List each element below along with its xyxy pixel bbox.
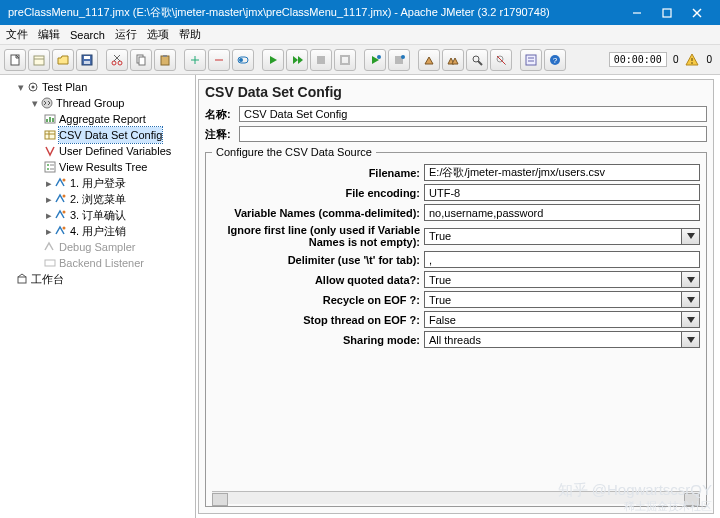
svg-line-32 — [497, 56, 505, 64]
open-icon[interactable] — [52, 49, 74, 71]
collapse-icon[interactable] — [208, 49, 230, 71]
menu-help[interactable]: 帮助 — [179, 27, 201, 42]
svg-rect-44 — [46, 119, 48, 122]
templates-icon[interactable] — [28, 49, 50, 71]
config-panel: CSV Data Set Config 名称: 注释: Configure th… — [198, 79, 714, 514]
ignorefirst-select[interactable] — [424, 228, 682, 245]
tree-step-login[interactable]: ▸1. 用户登录 — [44, 175, 193, 191]
name-input[interactable] — [239, 106, 707, 122]
expand-icon[interactable] — [184, 49, 206, 71]
start-icon[interactable] — [262, 49, 284, 71]
stopthread-select[interactable] — [424, 311, 682, 328]
cut-icon[interactable] — [106, 49, 128, 71]
copy-icon[interactable] — [130, 49, 152, 71]
svg-rect-50 — [45, 162, 55, 172]
svg-point-11 — [118, 61, 122, 65]
test-plan-tree[interactable]: ▾Test Plan ▾Thread Group Aggregate Repor… — [0, 75, 196, 518]
menubar: 文件 编辑 Search 运行 选项 帮助 — [0, 25, 720, 45]
svg-point-57 — [63, 211, 66, 214]
window-title: preClassMenu_1117.jmx (E:\谷歌\jmeter-mast… — [8, 5, 622, 20]
elapsed-timer: 00:00:00 — [609, 52, 667, 67]
shutdown-icon[interactable] — [334, 49, 356, 71]
tree-backend-listener[interactable]: Backend Listener — [44, 255, 193, 271]
name-label: 名称: — [205, 107, 239, 122]
stop-icon[interactable] — [310, 49, 332, 71]
filename-input[interactable] — [424, 164, 700, 181]
dropdown-icon[interactable] — [682, 271, 700, 288]
dropdown-icon[interactable] — [682, 291, 700, 308]
svg-point-25 — [377, 55, 381, 59]
tree-step-logout[interactable]: ▸4. 用户注销 — [44, 223, 193, 239]
ignorefirst-label: Ignore first line (only used if Variable… — [212, 224, 424, 248]
delimiter-input[interactable] — [424, 251, 700, 268]
warning-count: 0 — [702, 54, 716, 65]
svg-line-29 — [478, 61, 482, 65]
delimiter-label: Delimiter (use '\t' for tab): — [212, 254, 424, 266]
svg-rect-33 — [526, 55, 536, 65]
comment-input[interactable] — [239, 126, 707, 142]
recycle-select[interactable] — [424, 291, 682, 308]
svg-rect-46 — [52, 118, 54, 122]
menu-run[interactable]: 运行 — [115, 27, 137, 42]
svg-rect-23 — [317, 56, 325, 64]
clear-all-icon[interactable] — [442, 49, 464, 71]
sharing-label: Sharing mode: — [212, 334, 424, 346]
encoding-label: File encoding: — [212, 187, 424, 199]
tree-view-results-tree[interactable]: View Results Tree — [44, 159, 193, 175]
svg-rect-17 — [163, 55, 167, 57]
start-noTimers-icon[interactable] — [286, 49, 308, 71]
find-icon[interactable] — [466, 49, 488, 71]
svg-rect-9 — [84, 61, 90, 64]
svg-point-55 — [63, 179, 66, 182]
svg-rect-8 — [84, 56, 90, 59]
minimize-button[interactable] — [622, 0, 652, 25]
tree-debug-sampler[interactable]: Debug Sampler — [44, 239, 193, 255]
menu-search[interactable]: Search — [70, 29, 105, 41]
svg-rect-47 — [45, 131, 55, 139]
svg-rect-59 — [45, 260, 55, 266]
svg-point-41 — [32, 86, 35, 89]
menu-edit[interactable]: 编辑 — [38, 27, 60, 42]
tree-aggregate-report[interactable]: Aggregate Report — [44, 111, 193, 127]
save-icon[interactable] — [76, 49, 98, 71]
warning-icon[interactable] — [684, 52, 700, 68]
remote-stop-icon[interactable] — [388, 49, 410, 71]
menu-options[interactable]: 选项 — [147, 27, 169, 42]
toggle-icon[interactable] — [232, 49, 254, 71]
tree-thread-group[interactable]: ▾Thread Group — [30, 95, 193, 111]
svg-point-58 — [63, 227, 66, 230]
menu-file[interactable]: 文件 — [6, 27, 28, 42]
tree-workbench[interactable]: 工作台 — [16, 271, 193, 287]
help-icon[interactable]: ? — [544, 49, 566, 71]
new-icon[interactable] — [4, 49, 26, 71]
dropdown-icon[interactable] — [682, 331, 700, 348]
comment-label: 注释: — [205, 127, 239, 142]
tree-csv-data-set-config[interactable]: CSV Data Set Config — [44, 127, 193, 143]
active-threads-count: 0 — [669, 54, 683, 65]
encoding-input[interactable] — [424, 184, 700, 201]
sharing-select[interactable] — [424, 331, 682, 348]
filename-label: Filename: — [212, 167, 424, 179]
remote-start-icon[interactable] — [364, 49, 386, 71]
csv-fieldset: Configure the CSV Data Source Filename: … — [205, 146, 707, 507]
svg-rect-45 — [49, 117, 51, 122]
tree-step-browse[interactable]: ▸2. 浏览菜单 — [44, 191, 193, 207]
tree-test-plan[interactable]: ▾Test Plan — [16, 79, 193, 95]
paste-icon[interactable] — [154, 49, 176, 71]
varnames-input[interactable] — [424, 204, 700, 221]
dropdown-icon[interactable] — [682, 228, 700, 245]
close-button[interactable] — [682, 0, 712, 25]
clear-icon[interactable] — [418, 49, 440, 71]
svg-point-51 — [47, 164, 49, 166]
horizontal-scrollbar[interactable] — [212, 491, 700, 504]
maximize-button[interactable] — [652, 0, 682, 25]
allowquoted-select[interactable] — [424, 271, 682, 288]
tree-user-defined-variables[interactable]: User Defined Variables — [44, 143, 193, 159]
function-helper-icon[interactable] — [520, 49, 542, 71]
dropdown-icon[interactable] — [682, 311, 700, 328]
toolbar: ? 00:00:00 0 0 — [0, 45, 720, 75]
svg-point-56 — [63, 195, 66, 198]
fieldset-legend: Configure the CSV Data Source — [212, 146, 376, 158]
tree-step-order[interactable]: ▸3. 订单确认 — [44, 207, 193, 223]
clear-search-icon[interactable] — [490, 49, 512, 71]
